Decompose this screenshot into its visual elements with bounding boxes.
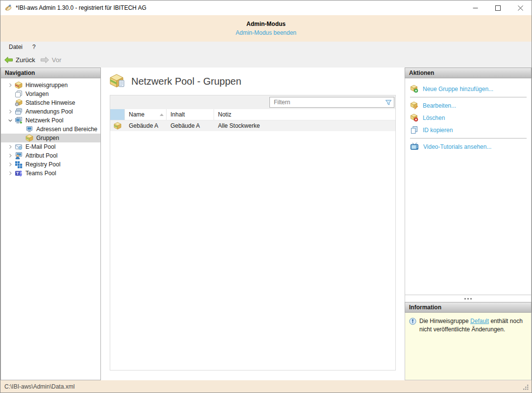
action-copy-id[interactable]: ID kopieren <box>410 124 527 136</box>
action-edit[interactable]: Bearbeiten... <box>410 99 527 112</box>
application-pool-icon <box>15 108 23 116</box>
groups-icon <box>25 134 33 142</box>
menu-help[interactable]: ? <box>27 42 41 52</box>
back-label: Zurück <box>16 56 35 64</box>
chevron-right-icon[interactable] <box>6 143 15 151</box>
nav-item-attribut-pool[interactable]: Attribut Pool <box>1 151 100 160</box>
close-button[interactable] <box>509 0 532 15</box>
page-title: Netzwerk Pool - Gruppen <box>131 76 242 87</box>
notice-groups-icon <box>15 81 23 89</box>
table-row[interactable]: Gebäude A Gebäude A Alle Stockwerke <box>110 120 395 131</box>
group-delete-icon <box>410 114 418 122</box>
menubar: Datei ? <box>0 42 532 52</box>
resize-grip-icon[interactable] <box>523 384 529 393</box>
table-empty-area <box>110 131 395 370</box>
action-label: Video-Tutorials ansehen... <box>423 143 491 150</box>
chevron-right-icon[interactable] <box>6 169 15 177</box>
app-window: *IBI-aws Admin 1.30.0 - registriert für … <box>0 0 532 393</box>
menu-datei[interactable]: Datei <box>4 42 27 52</box>
nav-item-netzwerk-pool[interactable]: Netzwerk Pool <box>1 116 100 125</box>
action-label: Löschen <box>423 115 445 121</box>
column-header-name[interactable]: Name <box>125 109 167 120</box>
maximize-button[interactable] <box>486 0 509 15</box>
nav-item-label: Vorlagen <box>25 91 48 97</box>
navigation-panel: Navigation Hinweisgruppen <box>0 68 101 380</box>
nav-item-registry-pool[interactable]: Registry Pool <box>1 160 100 169</box>
column-label: Inhalt <box>170 111 185 118</box>
information-header: Information <box>405 302 532 313</box>
nav-item-gruppen[interactable]: Gruppen <box>1 134 100 142</box>
info-text-before: Die Hinweisgruppe <box>419 318 470 324</box>
main-panel: Netzwerk Pool - Gruppen <box>101 68 404 380</box>
column-header-icon[interactable] <box>110 109 125 120</box>
main-title-row: Netzwerk Pool - Gruppen <box>110 68 396 95</box>
teams-pool-icon <box>15 169 23 177</box>
information-box: Die Hinweisgruppe Default enthält noch n… <box>405 313 532 380</box>
content-area: Navigation Hinweisgruppen <box>0 68 532 380</box>
registry-pool-icon <box>15 161 23 168</box>
filter-input[interactable] <box>270 98 383 106</box>
minimize-button[interactable] <box>464 0 486 15</box>
chevron-right-icon[interactable] <box>6 161 15 168</box>
panel-splitter[interactable] <box>405 295 532 302</box>
filter-button[interactable] <box>383 99 394 106</box>
window-controls <box>464 0 532 15</box>
nav-item-teams-pool[interactable]: Teams Pool <box>1 169 100 178</box>
actions-header: Aktionen <box>405 68 532 78</box>
sort-ascending-icon <box>160 114 164 116</box>
minimize-icon <box>473 5 478 11</box>
addresses-icon <box>25 125 33 133</box>
navigation-tree: Hinweisgruppen Vorlagen <box>0 78 101 380</box>
column-label: Notiz <box>218 111 231 118</box>
nav-item-label: Teams Pool <box>25 170 56 177</box>
action-delete[interactable]: Löschen <box>410 112 527 124</box>
nav-item-hinweisgruppen[interactable]: Hinweisgruppen <box>1 81 100 90</box>
nav-item-label: Hinweisgruppen <box>25 82 68 89</box>
network-group-icon <box>110 73 125 89</box>
action-video-tutorials[interactable]: Video-Tutorials ansehen... <box>410 140 527 153</box>
action-label: Bearbeiten... <box>423 102 456 109</box>
toolbar: Zurück Vor <box>0 52 532 68</box>
forward-button[interactable]: Vor <box>40 56 62 64</box>
cell-inhalt: Gebäude A <box>167 122 214 129</box>
app-icon <box>4 4 12 12</box>
column-header-inhalt[interactable]: Inhalt <box>167 109 214 120</box>
tv-icon <box>410 142 419 151</box>
separator <box>410 97 527 97</box>
action-add-group[interactable]: Neue Gruppe hinzufügen... <box>410 83 527 95</box>
nav-item-label: Statische Hinweise <box>25 99 75 106</box>
filter-band <box>110 95 395 109</box>
titlebar: *IBI-aws Admin 1.30.0 - registriert für … <box>0 0 532 15</box>
admin-mode-exit-link[interactable]: Admin-Modus beenden <box>236 29 296 36</box>
attribute-pool-icon <box>15 152 23 160</box>
chevron-right-icon[interactable] <box>6 152 15 160</box>
right-panel: Aktionen Neue Gruppe hinzufügen... <box>405 68 532 380</box>
nav-item-adressen-und-bereiche[interactable]: Adressen und Bereiche <box>1 125 100 134</box>
row-icon-cell <box>110 122 125 130</box>
chevron-right-icon[interactable] <box>6 81 15 89</box>
arrow-left-icon <box>4 56 13 64</box>
nav-item-label: Adressen und Bereiche <box>36 126 97 133</box>
nav-item-label: Attribut Pool <box>25 152 57 159</box>
nav-item-anwendungs-pool[interactable]: Anwendungs Pool <box>1 107 100 116</box>
back-button[interactable]: Zurück <box>4 56 35 64</box>
group-add-icon <box>410 85 418 93</box>
window-title: *IBI-aws Admin 1.30.0 - registriert für … <box>16 4 146 11</box>
chevron-right-icon[interactable] <box>6 108 15 116</box>
actions-list: Neue Gruppe hinzufügen... Bearbeiten... <box>405 78 532 295</box>
navigation-header: Navigation <box>0 68 101 78</box>
nav-item-vorlagen[interactable]: Vorlagen <box>1 90 100 98</box>
arrow-right-icon <box>40 56 49 64</box>
column-header-notiz[interactable]: Notiz <box>214 109 395 120</box>
nav-item-label: Netzwerk Pool <box>25 117 63 124</box>
expander-spacer <box>6 90 15 98</box>
nav-item-label: E-Mail Pool <box>25 143 55 150</box>
default-group-link[interactable]: Default <box>470 318 489 324</box>
group-list: Name Inhalt Notiz <box>110 95 396 370</box>
chevron-down-icon[interactable] <box>6 116 15 124</box>
templates-icon <box>15 90 23 98</box>
nav-item-statische-hinweise[interactable]: Statische Hinweise <box>1 98 100 107</box>
nav-item-email-pool[interactable]: E-Mail Pool <box>1 142 100 151</box>
info-icon <box>409 318 416 376</box>
cell-name: Gebäude A <box>125 122 167 129</box>
